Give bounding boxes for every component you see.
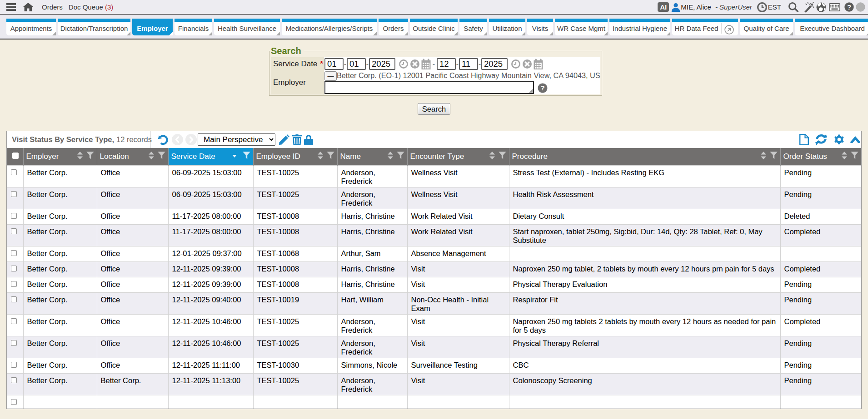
svg-text:?: ? (847, 3, 851, 11)
svg-text:?: ? (540, 84, 544, 92)
